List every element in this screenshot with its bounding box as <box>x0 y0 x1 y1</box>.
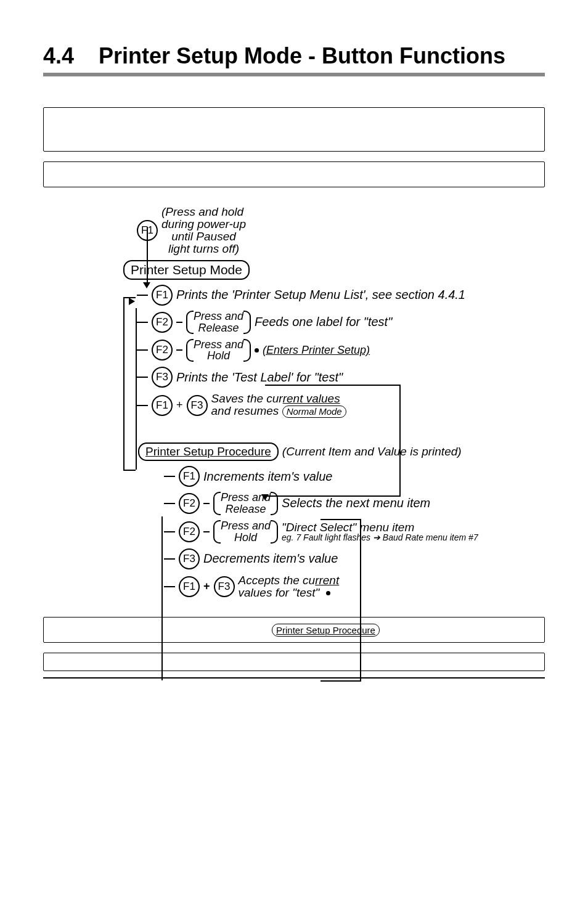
f3-action-text: Prints the 'Test Label' for "test" <box>176 370 343 385</box>
connector-stub <box>164 531 175 532</box>
plus-label: + <box>176 399 183 412</box>
plus-label: + <box>203 580 210 593</box>
connector-stub <box>164 476 175 477</box>
f3-button-icon: F3 <box>214 576 235 597</box>
f1-hold-line3: until Paused <box>161 230 246 243</box>
f2-button-icon: F2 <box>152 312 173 333</box>
section-title: Printer Setup Mode - Button Functions <box>99 43 505 68</box>
connector-stub <box>137 405 148 406</box>
proc-f2-release-text: Selects the next menu item <box>282 496 430 510</box>
connector-stub <box>164 586 175 587</box>
note-box-1 <box>43 107 545 152</box>
press-release-brace: Press and Release <box>186 311 251 334</box>
proc-f3-text: Decrements item's value <box>203 552 338 566</box>
connector-stub <box>203 531 210 532</box>
connector-stub <box>203 503 210 504</box>
connector-stub <box>137 377 148 378</box>
note-box-3: Printer Setup Procedure <box>43 617 545 643</box>
connector-line <box>123 470 136 471</box>
section-number: 4.4 <box>43 43 74 68</box>
dot-icon <box>255 348 259 353</box>
section-heading: 4.4 Printer Setup Mode - Button Function… <box>43 43 545 69</box>
footer-rule <box>43 677 545 679</box>
printer-setup-mode-pill: Printer Setup Mode <box>123 260 250 280</box>
f2-release-text: Feeds one label for "test" <box>255 315 392 329</box>
connector-stub <box>137 349 148 351</box>
f3-button-icon: F3 <box>152 367 173 388</box>
connector-stub <box>164 503 175 504</box>
press-hold-brace: Press and Hold <box>213 520 278 544</box>
f1-hold-line1: (Press and hold <box>161 206 246 218</box>
printer-setup-procedure-pill: Printer Setup Procedure <box>138 442 279 461</box>
connector-stub <box>176 322 182 323</box>
f3-button-icon: F3 <box>179 548 200 569</box>
f1-button-icon: F1 <box>152 395 173 416</box>
f1-hold-line2: during power-up <box>161 218 246 230</box>
connector-line <box>123 308 125 471</box>
f1-button-icon: F1 <box>179 576 200 597</box>
connector-stub <box>176 349 182 351</box>
press-release-brace: Press and Release <box>213 492 278 515</box>
note-box-2 <box>43 161 545 187</box>
proc-f1-text: Increments item's value <box>203 470 332 484</box>
f3-button-icon: F3 <box>187 395 208 416</box>
connector-line <box>147 227 148 285</box>
f1-action-text: Prints the 'Printer Setup Menu List', se… <box>176 288 465 302</box>
press-hold-brace: Press and Hold <box>186 339 251 362</box>
connector-stub <box>137 322 148 323</box>
f2-button-icon: F2 <box>179 493 200 514</box>
flow-diagram: F1 (Press and hold during power-up until… <box>111 206 567 598</box>
connector-stub <box>137 295 148 296</box>
note-box-4 <box>43 653 545 671</box>
f2-button-icon: F2 <box>152 340 173 361</box>
connector-box <box>321 519 361 682</box>
heading-rule <box>43 73 545 76</box>
proc-f2-hold-text: "Direct Select" menu item <box>282 521 478 533</box>
connector-stub <box>164 558 175 560</box>
f2-button-icon: F2 <box>179 521 200 542</box>
proc-f2-hold-sub: eg. 7 Fault light flashes ➔ Baud Rate me… <box>282 533 478 542</box>
f1-button-icon: F1 <box>179 466 200 487</box>
f1-hold-line4: light turns off) <box>161 243 246 255</box>
f1-button-icon: F1 <box>152 285 173 306</box>
enters-printer-setup-text: (Enters Printer Setup) <box>263 344 370 357</box>
